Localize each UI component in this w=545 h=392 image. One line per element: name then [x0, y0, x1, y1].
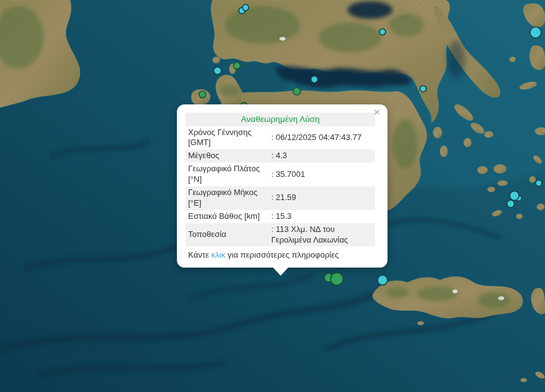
popup-close-button[interactable]: × — [372, 108, 382, 118]
row-value: : 113 Χλμ. ΝΔ του Γερολιμένα Λακωνίας — [271, 224, 372, 246]
popup-row: Εστιακό Βάθος [km]: 15.3 — [186, 210, 375, 223]
earthquake-marker[interactable] — [242, 4, 249, 11]
earthquake-marker[interactable] — [420, 86, 426, 92]
row-label: Γεωγραφικό Μήκος [°E] — [188, 188, 271, 209]
earthquake-marker[interactable] — [378, 275, 388, 285]
row-label: Γεωγραφικό Πλάτος [°N] — [188, 164, 271, 185]
popup-row: Τοποθεσία: 113 Χλμ. ΝΔ του Γερολιμένα Λα… — [186, 223, 375, 247]
popup-tail — [272, 267, 289, 276]
more-info-link[interactable]: κλικ — [211, 250, 225, 259]
row-label: Εστιακό Βάθος [km] — [188, 211, 271, 222]
row-value: : 35.7001 — [271, 169, 372, 180]
earthquake-marker[interactable] — [510, 191, 519, 201]
row-value: : 15.3 — [271, 211, 372, 222]
earthquake-marker[interactable] — [507, 200, 514, 208]
earthquake-marker[interactable] — [234, 63, 241, 69]
row-value: : 4.3 — [271, 151, 372, 161]
row-value: : 21.59 — [271, 193, 372, 203]
footer-text-suffix: για περισσότερες πληροφορίες — [225, 250, 339, 259]
row-value: : 06/12/2025 04:47:43.77 — [271, 133, 372, 143]
popup: × Αναθεωρημένη Λύση Χρόνος Γέννησης [GMT… — [177, 104, 388, 268]
earthquake-marker[interactable] — [331, 273, 343, 285]
popup-title: Αναθεωρημένη Λύση — [186, 113, 375, 126]
earthquake-marker[interactable] — [293, 88, 301, 95]
popup-row: Γεωγραφικό Πλάτος [°N]: 35.7001 — [186, 163, 375, 186]
popup-row: Γεωγραφικό Μήκος [°E]: 21.59 — [186, 186, 375, 210]
earthquake-marker[interactable] — [199, 91, 206, 98]
earthquake-marker[interactable] — [214, 67, 221, 74]
earthquake-marker[interactable] — [379, 29, 386, 35]
earthquake-marker[interactable] — [530, 27, 541, 38]
popup-row: Μέγεθος: 4.3 — [186, 149, 375, 163]
row-label: Χρόνος Γέννησης [GMT] — [188, 128, 271, 149]
row-label: Μέγεθος — [188, 151, 271, 161]
popup-row: Χρόνος Γέννησης [GMT]: 06/12/2025 04:47:… — [186, 126, 375, 150]
earthquake-marker[interactable] — [536, 180, 542, 186]
row-label: Τοποθεσία — [188, 229, 271, 240]
popup-table: Αναθεωρημένη Λύση Χρόνος Γέννησης [GMT]:… — [186, 113, 375, 246]
popup-footer: Κάντε κλικ για περισσότερες πληροφορίες — [188, 250, 375, 261]
earthquake-marker[interactable] — [311, 76, 318, 83]
footer-text-prefix: Κάντε — [188, 250, 211, 259]
